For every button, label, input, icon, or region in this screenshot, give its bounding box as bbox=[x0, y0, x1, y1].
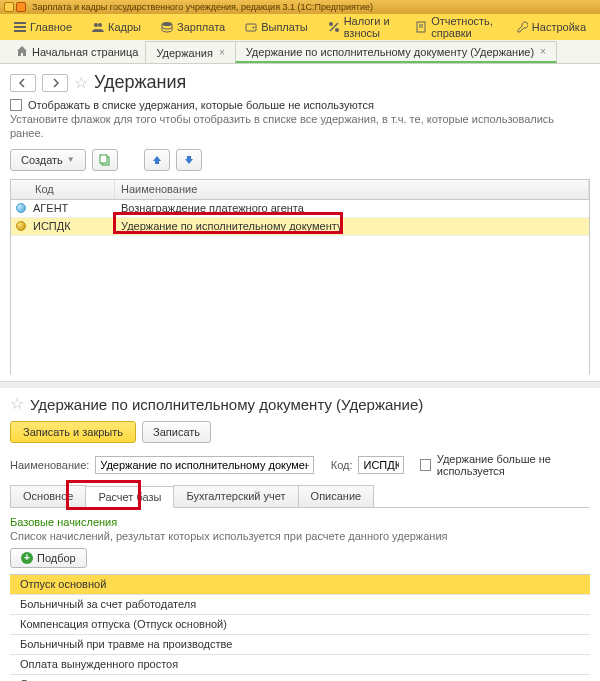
list-item[interactable]: Больничный при травме на производстве bbox=[10, 635, 590, 655]
menu-item-main[interactable]: Главное bbox=[4, 14, 82, 40]
base-accruals-hint: Список начислений, результат которых исп… bbox=[10, 530, 590, 542]
tab-label: Бухгалтерский учет bbox=[186, 490, 285, 502]
menu-item-nalogi[interactable]: Налоги и взносы bbox=[318, 14, 406, 40]
menu-item-kadry[interactable]: Кадры bbox=[82, 14, 151, 40]
tab-uderzhaniya[interactable]: Удержания × bbox=[145, 41, 235, 63]
percent-icon bbox=[328, 21, 340, 33]
list-item-label: Больничный при травме на производстве bbox=[20, 638, 232, 650]
form-tabs: Основное Расчет базы Бухгалтерский учет … bbox=[10, 485, 590, 508]
form-title: Удержание по исполнительному документу (… bbox=[30, 396, 423, 413]
main-menu: Главное Кадры Зарплата Выплаты Налоги и … bbox=[0, 14, 600, 40]
titlebar-nav-icon[interactable] bbox=[16, 2, 26, 12]
tab-buh-uchet[interactable]: Бухгалтерский учет bbox=[173, 485, 298, 507]
tab-label: Расчет базы bbox=[98, 491, 161, 503]
show-unused-checkbox[interactable] bbox=[10, 99, 22, 111]
col-name[interactable]: Наименование bbox=[115, 180, 589, 199]
cell-name: Удержание по исполнительному документу bbox=[115, 220, 589, 232]
tab-uderzhanie-doc[interactable]: Удержание по исполнительному документу (… bbox=[235, 41, 557, 63]
accruals-list: Отпуск основной Больничный за счет работ… bbox=[10, 574, 590, 682]
forward-button[interactable] bbox=[42, 74, 68, 92]
save-and-close-button[interactable]: Записать и закрыть bbox=[10, 421, 136, 443]
wallet-icon bbox=[245, 21, 257, 33]
col-code[interactable]: Код bbox=[11, 180, 115, 199]
tab-label: Описание bbox=[311, 490, 362, 502]
favorite-star-icon[interactable]: ☆ bbox=[74, 75, 88, 91]
menu-item-nastroika[interactable]: Настройка bbox=[506, 14, 596, 40]
hint-text: Установите флажок для того чтобы отобраз… bbox=[10, 113, 590, 141]
upper-page: ☆ Удержания Отображать в списке удержани… bbox=[0, 64, 600, 382]
svg-point-5 bbox=[162, 22, 172, 26]
list-item-label: Оплата вынужденного простоя bbox=[20, 658, 178, 670]
copy-button[interactable] bbox=[92, 149, 118, 171]
menu-label: Зарплата bbox=[177, 21, 225, 33]
move-down-button[interactable] bbox=[176, 149, 202, 171]
window-title: Зарплата и кадры государственного учрежд… bbox=[32, 2, 373, 12]
move-up-button[interactable] bbox=[144, 149, 170, 171]
tab-opisanie[interactable]: Описание bbox=[298, 485, 375, 507]
svg-point-4 bbox=[98, 23, 102, 27]
list-item[interactable]: Компенсация отпуска (Отпуск основной) bbox=[10, 615, 590, 635]
menu-icon bbox=[14, 21, 26, 33]
svg-rect-0 bbox=[14, 22, 26, 24]
tab-raschet-bazy[interactable]: Расчет базы bbox=[85, 486, 174, 508]
code-label: Код: bbox=[331, 459, 353, 471]
list-item[interactable]: Оплата вынужденного простоя bbox=[10, 655, 590, 675]
close-icon[interactable]: × bbox=[219, 47, 225, 58]
podbor-button[interactable]: + Подбор bbox=[10, 548, 87, 568]
home-icon bbox=[16, 45, 28, 59]
menu-item-vyplaty[interactable]: Выплаты bbox=[235, 14, 317, 40]
save-button[interactable]: Записать bbox=[142, 421, 211, 443]
tab-osnovnoe[interactable]: Основное bbox=[10, 485, 86, 507]
button-label: Записать и закрыть bbox=[23, 426, 123, 438]
grid-header: Код Наименование bbox=[11, 180, 589, 200]
grid-row[interactable]: АГЕНТ Вознаграждение платежного агента bbox=[11, 200, 589, 218]
unused-checkbox[interactable] bbox=[420, 459, 430, 471]
people-icon bbox=[92, 21, 104, 33]
menu-label: Настройка bbox=[532, 21, 586, 33]
list-item[interactable]: Отпуск основной bbox=[10, 575, 590, 595]
svg-rect-15 bbox=[100, 155, 107, 163]
svg-point-7 bbox=[253, 27, 255, 29]
button-label: Создать bbox=[21, 154, 63, 166]
back-button[interactable] bbox=[10, 74, 36, 92]
menu-label: Выплаты bbox=[261, 21, 307, 33]
field-row: Наименование: Код: Удержание больше не и… bbox=[10, 453, 590, 477]
svg-rect-2 bbox=[14, 30, 26, 32]
menu-item-zarplata[interactable]: Зарплата bbox=[151, 14, 235, 40]
titlebar-1c-icon bbox=[4, 2, 14, 12]
code-input[interactable] bbox=[358, 456, 404, 474]
create-button[interactable]: Создать▼ bbox=[10, 149, 86, 171]
show-unused-label: Отображать в списке удержания, которые б… bbox=[28, 99, 374, 111]
base-accruals-heading: Базовые начисления bbox=[10, 516, 590, 528]
menu-label: Налоги и взносы bbox=[344, 15, 396, 39]
row-indicator-icon bbox=[16, 221, 26, 231]
svg-point-8 bbox=[329, 22, 333, 26]
row-indicator-icon bbox=[16, 203, 26, 213]
window-titlebar: Зарплата и кадры государственного учрежд… bbox=[0, 0, 600, 14]
svg-rect-1 bbox=[14, 26, 26, 28]
cell-code: АГЕНТ bbox=[31, 202, 115, 214]
open-tabs-bar: Начальная страница Удержания × Удержание… bbox=[0, 40, 600, 64]
list-item-label: Отпуск основной bbox=[20, 578, 106, 590]
list-item[interactable]: Больничный за счет работодателя bbox=[10, 595, 590, 615]
close-icon[interactable]: × bbox=[540, 46, 546, 57]
deductions-grid: Код Наименование АГЕНТ Вознаграждение пл… bbox=[10, 179, 590, 375]
menu-label: Кадры bbox=[108, 21, 141, 33]
svg-point-9 bbox=[335, 28, 339, 32]
button-label: Подбор bbox=[37, 552, 76, 564]
tab-home[interactable]: Начальная страница bbox=[8, 41, 146, 63]
list-item-label: Компенсация отпуска (Отпуск основной) bbox=[20, 618, 227, 630]
lower-page: ☆ Удержание по исполнительному документу… bbox=[0, 388, 600, 682]
button-label: Записать bbox=[153, 426, 200, 438]
favorite-star-icon[interactable]: ☆ bbox=[10, 396, 24, 412]
menu-item-otchetnost[interactable]: Отчетность, справки bbox=[405, 14, 506, 40]
doc-icon bbox=[415, 21, 427, 33]
tab-label: Начальная страница bbox=[32, 46, 138, 58]
plus-icon: + bbox=[21, 552, 33, 564]
coins-icon bbox=[161, 21, 173, 33]
unused-label: Удержание больше не используется bbox=[437, 453, 590, 477]
list-item-label: Больничный за счет работодателя bbox=[20, 598, 196, 610]
list-item[interactable]: Оплата по окладу bbox=[10, 675, 590, 682]
grid-row[interactable]: ИСПДК Удержание по исполнительному докум… bbox=[11, 218, 589, 236]
name-input[interactable] bbox=[95, 456, 313, 474]
